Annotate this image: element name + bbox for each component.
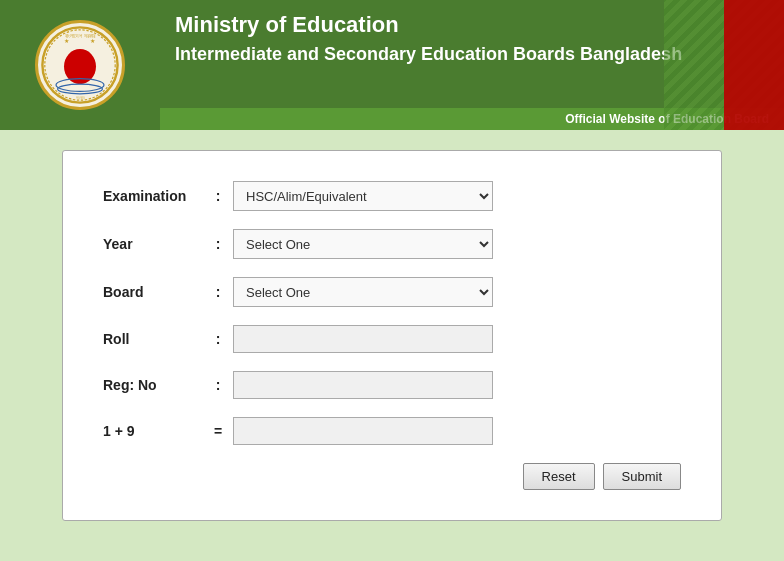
captcha-row: 1 + 9 = [103, 417, 681, 445]
submit-button[interactable]: Submit [603, 463, 681, 490]
year-row: Year : Select One 2024 2023 2022 2021 [103, 229, 681, 259]
board-title: Intermediate and Secondary Education Boa… [175, 43, 769, 66]
roll-input[interactable] [233, 325, 493, 353]
main-content: Examination : HSC/Alim/Equivalent SSC/Da… [0, 130, 784, 551]
roll-control [233, 325, 493, 353]
roll-label: Roll [103, 331, 203, 347]
logo-area: ★ ★ বাংলাদেশ সরকার সরকার [0, 0, 160, 130]
captcha-label: 1 + 9 [103, 423, 203, 439]
page-header: ★ ★ বাংলাদেশ সরকার সরকার Ministry of Edu… [0, 0, 784, 130]
captcha-control [233, 417, 493, 445]
buttons-row: Reset Submit [103, 463, 681, 490]
captcha-equals: = [203, 423, 233, 439]
board-colon: : [203, 284, 233, 300]
year-select[interactable]: Select One 2024 2023 2022 2021 [233, 229, 493, 259]
examination-select[interactable]: HSC/Alim/Equivalent SSC/Dakhil/Equivalen… [233, 181, 493, 211]
svg-text:সরকার: সরকার [76, 95, 85, 100]
reg-colon: : [203, 377, 233, 393]
official-website-bar: Official Website of Education Board [160, 108, 784, 130]
board-label: Board [103, 284, 203, 300]
examination-label: Examination [103, 188, 203, 204]
year-control: Select One 2024 2023 2022 2021 [233, 229, 493, 259]
board-control: Select One Dhaka Chittagong Rajshahi Com… [233, 277, 493, 307]
year-colon: : [203, 236, 233, 252]
year-label: Year [103, 236, 203, 252]
captcha-input[interactable] [233, 417, 493, 445]
reg-input[interactable] [233, 371, 493, 399]
board-row: Board : Select One Dhaka Chittagong Rajs… [103, 277, 681, 307]
reset-button[interactable]: Reset [523, 463, 595, 490]
logo-svg: ★ ★ বাংলাদেশ সরকার সরকার [40, 25, 120, 105]
reg-row: Reg: No : [103, 371, 681, 399]
roll-colon: : [203, 331, 233, 347]
roll-row: Roll : [103, 325, 681, 353]
government-logo: ★ ★ বাংলাদেশ সরকার সরকার [35, 20, 125, 110]
ministry-title: Ministry of Education [175, 12, 769, 38]
examination-control: HSC/Alim/Equivalent SSC/Dakhil/Equivalen… [233, 181, 493, 211]
title-top: Ministry of Education Intermediate and S… [160, 0, 784, 71]
examination-colon: : [203, 188, 233, 204]
title-area: Ministry of Education Intermediate and S… [160, 0, 784, 130]
board-select[interactable]: Select One Dhaka Chittagong Rajshahi Com… [233, 277, 493, 307]
examination-row: Examination : HSC/Alim/Equivalent SSC/Da… [103, 181, 681, 211]
form-container: Examination : HSC/Alim/Equivalent SSC/Da… [62, 150, 722, 521]
reg-control [233, 371, 493, 399]
reg-label: Reg: No [103, 377, 203, 393]
svg-text:বাংলাদেশ সরকার: বাংলাদেশ সরকার [65, 33, 95, 39]
